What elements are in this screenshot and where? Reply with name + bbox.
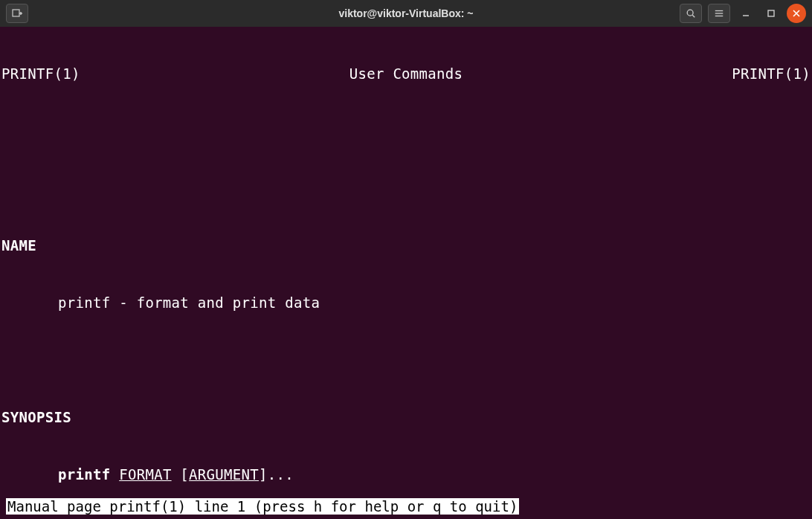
synopsis-argument: ARGUMENT — [189, 466, 259, 483]
blank-line — [0, 122, 812, 141]
synopsis-bracket-close: ]... — [259, 466, 294, 483]
search-icon — [686, 8, 696, 19]
svg-point-3 — [687, 10, 693, 16]
man-header-left: PRINTF(1) — [1, 65, 80, 84]
new-tab-icon — [11, 7, 23, 19]
maximize-icon — [767, 9, 776, 18]
svg-line-4 — [692, 15, 695, 17]
close-button[interactable] — [787, 4, 806, 23]
synopsis-cmd: printf — [58, 466, 110, 483]
svg-rect-0 — [13, 10, 19, 16]
section-name-body: printf - format and print data — [0, 294, 812, 313]
close-icon — [793, 10, 800, 17]
terminal-content[interactable]: PRINTF(1) User Commands PRINTF(1) NAME p… — [0, 27, 812, 519]
titlebar-right — [680, 4, 806, 23]
man-header-row: PRINTF(1) User Commands PRINTF(1) — [0, 65, 812, 84]
new-tab-button[interactable] — [6, 4, 28, 23]
window-title: viktor@viktor-VirtualBox: ~ — [338, 7, 473, 19]
menu-button[interactable] — [708, 4, 730, 23]
blank-line — [0, 179, 812, 199]
synopsis-bracket-open: [ — [172, 466, 189, 483]
hamburger-icon — [714, 8, 724, 19]
blank-line — [0, 351, 812, 370]
maximize-button[interactable] — [761, 4, 781, 23]
search-button[interactable] — [680, 4, 702, 23]
man-statusbar: Manual page printf(1) line 1 (press h fo… — [6, 498, 519, 515]
synopsis-format: FORMAT — [119, 466, 171, 483]
window-titlebar: viktor@viktor-VirtualBox: ~ — [0, 0, 812, 27]
minimize-icon — [741, 9, 750, 18]
svg-rect-9 — [768, 10, 774, 16]
man-header-center: User Commands — [349, 65, 463, 84]
man-header-right: PRINTF(1) — [732, 65, 811, 84]
minimize-button[interactable] — [736, 4, 755, 23]
synopsis-line-1: printf FORMAT [ARGUMENT]... — [0, 465, 812, 485]
section-synopsis-head: SYNOPSIS — [0, 408, 812, 428]
titlebar-left — [6, 4, 28, 23]
section-name-head: NAME — [0, 236, 812, 256]
